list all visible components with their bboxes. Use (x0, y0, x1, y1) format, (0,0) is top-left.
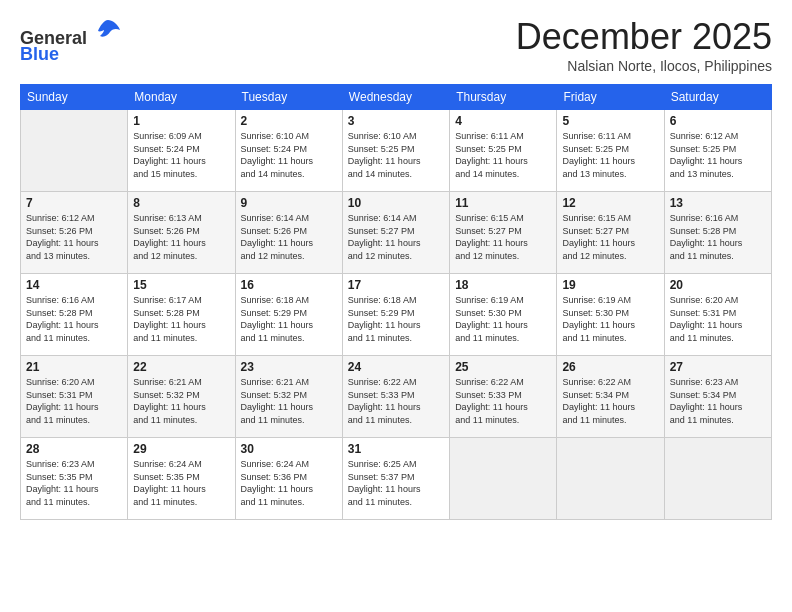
table-row: 17Sunrise: 6:18 AMSunset: 5:29 PMDayligh… (342, 274, 449, 356)
day-number: 31 (348, 442, 444, 456)
table-row (664, 438, 771, 520)
day-info: Sunrise: 6:13 AMSunset: 5:26 PMDaylight:… (133, 212, 229, 262)
day-info: Sunrise: 6:12 AMSunset: 5:25 PMDaylight:… (670, 130, 766, 180)
day-info: Sunrise: 6:12 AMSunset: 5:26 PMDaylight:… (26, 212, 122, 262)
day-info: Sunrise: 6:14 AMSunset: 5:27 PMDaylight:… (348, 212, 444, 262)
day-number: 2 (241, 114, 337, 128)
day-info: Sunrise: 6:19 AMSunset: 5:30 PMDaylight:… (455, 294, 551, 344)
day-info: Sunrise: 6:18 AMSunset: 5:29 PMDaylight:… (348, 294, 444, 344)
day-number: 29 (133, 442, 229, 456)
table-row: 22Sunrise: 6:21 AMSunset: 5:32 PMDayligh… (128, 356, 235, 438)
day-info: Sunrise: 6:11 AMSunset: 5:25 PMDaylight:… (455, 130, 551, 180)
day-number: 27 (670, 360, 766, 374)
calendar-week-row: 7Sunrise: 6:12 AMSunset: 5:26 PMDaylight… (21, 192, 772, 274)
day-info: Sunrise: 6:11 AMSunset: 5:25 PMDaylight:… (562, 130, 658, 180)
day-number: 7 (26, 196, 122, 210)
col-sunday: Sunday (21, 85, 128, 110)
location: Nalsian Norte, Ilocos, Philippines (516, 58, 772, 74)
day-info: Sunrise: 6:22 AMSunset: 5:33 PMDaylight:… (455, 376, 551, 426)
table-row: 8Sunrise: 6:13 AMSunset: 5:26 PMDaylight… (128, 192, 235, 274)
logo-blue: Blue (20, 44, 59, 64)
day-number: 9 (241, 196, 337, 210)
calendar-week-row: 28Sunrise: 6:23 AMSunset: 5:35 PMDayligh… (21, 438, 772, 520)
day-info: Sunrise: 6:22 AMSunset: 5:34 PMDaylight:… (562, 376, 658, 426)
table-row: 29Sunrise: 6:24 AMSunset: 5:35 PMDayligh… (128, 438, 235, 520)
logo: General Blue (20, 16, 122, 65)
table-row: 11Sunrise: 6:15 AMSunset: 5:27 PMDayligh… (450, 192, 557, 274)
table-row: 31Sunrise: 6:25 AMSunset: 5:37 PMDayligh… (342, 438, 449, 520)
day-info: Sunrise: 6:16 AMSunset: 5:28 PMDaylight:… (670, 212, 766, 262)
table-row: 15Sunrise: 6:17 AMSunset: 5:28 PMDayligh… (128, 274, 235, 356)
table-row: 12Sunrise: 6:15 AMSunset: 5:27 PMDayligh… (557, 192, 664, 274)
table-row: 21Sunrise: 6:20 AMSunset: 5:31 PMDayligh… (21, 356, 128, 438)
table-row: 6Sunrise: 6:12 AMSunset: 5:25 PMDaylight… (664, 110, 771, 192)
day-info: Sunrise: 6:22 AMSunset: 5:33 PMDaylight:… (348, 376, 444, 426)
day-info: Sunrise: 6:10 AMSunset: 5:25 PMDaylight:… (348, 130, 444, 180)
day-number: 20 (670, 278, 766, 292)
calendar-week-row: 14Sunrise: 6:16 AMSunset: 5:28 PMDayligh… (21, 274, 772, 356)
day-number: 1 (133, 114, 229, 128)
calendar-week-row: 21Sunrise: 6:20 AMSunset: 5:31 PMDayligh… (21, 356, 772, 438)
day-info: Sunrise: 6:14 AMSunset: 5:26 PMDaylight:… (241, 212, 337, 262)
day-number: 6 (670, 114, 766, 128)
table-row: 4Sunrise: 6:11 AMSunset: 5:25 PMDaylight… (450, 110, 557, 192)
day-info: Sunrise: 6:21 AMSunset: 5:32 PMDaylight:… (241, 376, 337, 426)
day-number: 17 (348, 278, 444, 292)
day-info: Sunrise: 6:15 AMSunset: 5:27 PMDaylight:… (455, 212, 551, 262)
calendar-table: Sunday Monday Tuesday Wednesday Thursday… (20, 84, 772, 520)
header: General Blue December 2025 Nalsian Norte… (20, 16, 772, 74)
table-row: 27Sunrise: 6:23 AMSunset: 5:34 PMDayligh… (664, 356, 771, 438)
day-number: 12 (562, 196, 658, 210)
title-section: December 2025 Nalsian Norte, Ilocos, Phi… (516, 16, 772, 74)
table-row: 5Sunrise: 6:11 AMSunset: 5:25 PMDaylight… (557, 110, 664, 192)
logo-bird-icon (94, 16, 122, 44)
day-number: 19 (562, 278, 658, 292)
col-monday: Monday (128, 85, 235, 110)
table-row: 20Sunrise: 6:20 AMSunset: 5:31 PMDayligh… (664, 274, 771, 356)
day-info: Sunrise: 6:21 AMSunset: 5:32 PMDaylight:… (133, 376, 229, 426)
col-thursday: Thursday (450, 85, 557, 110)
col-saturday: Saturday (664, 85, 771, 110)
day-number: 24 (348, 360, 444, 374)
calendar-header-row: Sunday Monday Tuesday Wednesday Thursday… (21, 85, 772, 110)
col-wednesday: Wednesday (342, 85, 449, 110)
day-info: Sunrise: 6:09 AMSunset: 5:24 PMDaylight:… (133, 130, 229, 180)
day-number: 18 (455, 278, 551, 292)
table-row: 1Sunrise: 6:09 AMSunset: 5:24 PMDaylight… (128, 110, 235, 192)
table-row: 16Sunrise: 6:18 AMSunset: 5:29 PMDayligh… (235, 274, 342, 356)
col-tuesday: Tuesday (235, 85, 342, 110)
table-row: 7Sunrise: 6:12 AMSunset: 5:26 PMDaylight… (21, 192, 128, 274)
table-row: 14Sunrise: 6:16 AMSunset: 5:28 PMDayligh… (21, 274, 128, 356)
table-row: 23Sunrise: 6:21 AMSunset: 5:32 PMDayligh… (235, 356, 342, 438)
month-title: December 2025 (516, 16, 772, 58)
day-number: 21 (26, 360, 122, 374)
day-number: 8 (133, 196, 229, 210)
table-row: 26Sunrise: 6:22 AMSunset: 5:34 PMDayligh… (557, 356, 664, 438)
day-info: Sunrise: 6:25 AMSunset: 5:37 PMDaylight:… (348, 458, 444, 508)
day-number: 22 (133, 360, 229, 374)
table-row (557, 438, 664, 520)
day-number: 23 (241, 360, 337, 374)
day-info: Sunrise: 6:17 AMSunset: 5:28 PMDaylight:… (133, 294, 229, 344)
day-number: 26 (562, 360, 658, 374)
day-number: 13 (670, 196, 766, 210)
table-row: 2Sunrise: 6:10 AMSunset: 5:24 PMDaylight… (235, 110, 342, 192)
day-info: Sunrise: 6:23 AMSunset: 5:35 PMDaylight:… (26, 458, 122, 508)
day-info: Sunrise: 6:24 AMSunset: 5:35 PMDaylight:… (133, 458, 229, 508)
day-info: Sunrise: 6:20 AMSunset: 5:31 PMDaylight:… (26, 376, 122, 426)
table-row: 30Sunrise: 6:24 AMSunset: 5:36 PMDayligh… (235, 438, 342, 520)
day-number: 3 (348, 114, 444, 128)
day-info: Sunrise: 6:18 AMSunset: 5:29 PMDaylight:… (241, 294, 337, 344)
table-row: 24Sunrise: 6:22 AMSunset: 5:33 PMDayligh… (342, 356, 449, 438)
day-info: Sunrise: 6:15 AMSunset: 5:27 PMDaylight:… (562, 212, 658, 262)
day-info: Sunrise: 6:16 AMSunset: 5:28 PMDaylight:… (26, 294, 122, 344)
table-row: 9Sunrise: 6:14 AMSunset: 5:26 PMDaylight… (235, 192, 342, 274)
table-row: 18Sunrise: 6:19 AMSunset: 5:30 PMDayligh… (450, 274, 557, 356)
day-number: 11 (455, 196, 551, 210)
day-info: Sunrise: 6:23 AMSunset: 5:34 PMDaylight:… (670, 376, 766, 426)
table-row: 19Sunrise: 6:19 AMSunset: 5:30 PMDayligh… (557, 274, 664, 356)
day-number: 30 (241, 442, 337, 456)
table-row (21, 110, 128, 192)
table-row (450, 438, 557, 520)
day-number: 25 (455, 360, 551, 374)
